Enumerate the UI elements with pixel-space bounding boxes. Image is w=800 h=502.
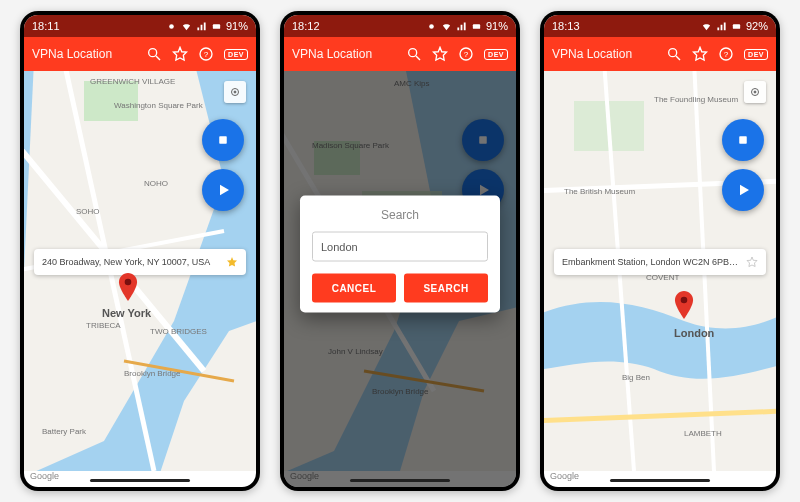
battery-icon xyxy=(211,21,222,32)
search-icon[interactable] xyxy=(406,46,422,62)
wifi-icon xyxy=(701,21,712,32)
app-title: VPNa Location xyxy=(552,47,656,61)
signal-icon xyxy=(196,21,207,32)
svg-text:?: ? xyxy=(204,50,209,59)
address-card[interactable]: Embankment Station, London WC2N 6PB, UK xyxy=(554,249,766,275)
signal-icon xyxy=(456,21,467,32)
star-icon[interactable] xyxy=(692,46,708,62)
dev-badge[interactable]: DEV xyxy=(744,49,768,60)
search-button[interactable]: SEARCH xyxy=(404,274,488,303)
stop-button[interactable] xyxy=(722,119,764,161)
address-text: 240 Broadway, New York, NY 10007, USA xyxy=(42,257,220,267)
status-bar: 18:11 91% xyxy=(24,15,256,37)
map-view[interactable]: GREENWICH VILLAGE Washington Square Park… xyxy=(24,71,256,487)
home-indicator xyxy=(350,479,450,482)
svg-rect-14 xyxy=(219,136,227,144)
google-attribution: Google xyxy=(550,471,579,481)
battery-percent: 92% xyxy=(746,20,768,32)
map-pin[interactable] xyxy=(118,273,138,305)
map-pin[interactable] xyxy=(674,291,694,323)
battery-icon xyxy=(471,21,482,32)
cancel-button[interactable]: CANCEL xyxy=(312,274,396,303)
app-bar: VPNa Location ? DEV xyxy=(544,37,776,71)
stop-button[interactable] xyxy=(202,119,244,161)
svg-text:?: ? xyxy=(724,50,729,59)
star-icon[interactable] xyxy=(432,46,448,62)
svg-rect-41 xyxy=(739,136,747,144)
status-time: 18:12 xyxy=(292,20,320,32)
status-icons: 92% xyxy=(701,20,768,32)
svg-point-42 xyxy=(681,297,688,304)
svg-point-2 xyxy=(149,49,157,57)
svg-rect-7 xyxy=(84,81,138,121)
status-icons: 91% xyxy=(426,20,508,32)
map-view[interactable]: The Foundling Museum The British Museum … xyxy=(544,71,776,487)
battery-icon xyxy=(731,21,742,32)
location-dot-icon xyxy=(166,21,177,32)
app-title: VPNa Location xyxy=(292,47,396,61)
dev-badge[interactable]: DEV xyxy=(224,49,248,60)
status-bar: 18:13 92% xyxy=(544,15,776,37)
help-icon[interactable]: ? xyxy=(198,46,214,62)
app-bar: VPNa Location ? DEV xyxy=(284,37,516,71)
favorite-star-icon[interactable] xyxy=(226,256,238,268)
signal-icon xyxy=(716,21,727,32)
svg-point-0 xyxy=(169,24,174,29)
google-attribution: Google xyxy=(30,471,59,481)
phone-frame-2: 18:12 91% VPNa Location ? DEV xyxy=(280,11,520,491)
dev-badge[interactable]: DEV xyxy=(484,49,508,60)
svg-point-15 xyxy=(125,279,132,286)
svg-point-40 xyxy=(754,91,756,93)
address-card[interactable]: 240 Broadway, New York, NY 10007, USA xyxy=(34,249,246,275)
home-indicator xyxy=(610,479,710,482)
svg-line-19 xyxy=(416,56,420,60)
battery-percent: 91% xyxy=(486,20,508,32)
svg-rect-1 xyxy=(213,24,220,29)
help-icon[interactable]: ? xyxy=(718,46,734,62)
status-icons: 91% xyxy=(166,20,248,32)
svg-rect-17 xyxy=(473,24,480,29)
play-button[interactable] xyxy=(202,169,244,211)
dialog-title: Search xyxy=(312,208,488,222)
favorite-star-icon[interactable] xyxy=(746,256,758,268)
location-dot-icon xyxy=(426,21,437,32)
search-input[interactable] xyxy=(312,232,488,262)
status-time: 18:13 xyxy=(552,20,580,32)
svg-line-30 xyxy=(676,56,680,60)
wifi-icon xyxy=(181,21,192,32)
status-time: 18:11 xyxy=(32,20,60,32)
svg-rect-28 xyxy=(733,24,740,29)
app-bar: VPNa Location ? DEV xyxy=(24,37,256,71)
map-view[interactable]: AMC Kips Madison Square Park Tramscrine … xyxy=(284,71,516,487)
wifi-icon xyxy=(441,21,452,32)
battery-percent: 91% xyxy=(226,20,248,32)
help-icon[interactable]: ? xyxy=(458,46,474,62)
app-title: VPNa Location xyxy=(32,47,136,61)
my-location-button[interactable] xyxy=(224,81,246,103)
phone-frame-1: 18:11 91% VPNa Location ? DEV xyxy=(20,11,260,491)
svg-point-13 xyxy=(234,91,236,93)
search-icon[interactable] xyxy=(146,46,162,62)
svg-point-18 xyxy=(409,49,417,57)
search-dialog: Search CANCEL SEARCH xyxy=(300,196,500,313)
phone-frame-3: 18:13 92% VPNa Location ? DEV xyxy=(540,11,780,491)
status-bar: 18:12 91% xyxy=(284,15,516,37)
search-icon[interactable] xyxy=(666,46,682,62)
svg-line-3 xyxy=(156,56,160,60)
star-icon[interactable] xyxy=(172,46,188,62)
svg-point-16 xyxy=(429,24,434,29)
address-text: Embankment Station, London WC2N 6PB, UK xyxy=(562,257,740,267)
svg-text:?: ? xyxy=(464,50,469,59)
my-location-button[interactable] xyxy=(744,81,766,103)
svg-point-29 xyxy=(669,49,677,57)
play-button[interactable] xyxy=(722,169,764,211)
home-indicator xyxy=(90,479,190,482)
